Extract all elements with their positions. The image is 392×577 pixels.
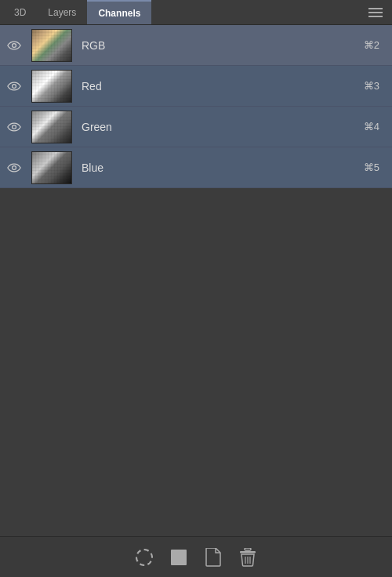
channel-shortcut-green: ⌘4 (364, 121, 389, 132)
channel-row-green[interactable]: Green ⌘4 (0, 107, 392, 147)
channel-shortcut-blue: ⌘5 (364, 161, 389, 173)
visibility-icon-green[interactable] (3, 122, 25, 132)
svg-point-5 (13, 125, 16, 129)
tab-channels[interactable]: Channels (87, 0, 151, 24)
channel-shortcut-red: ⌘3 (364, 80, 389, 92)
tab-layers[interactable]: Layers (37, 0, 87, 24)
svg-point-6 (13, 165, 16, 169)
svg-point-4 (13, 84, 16, 88)
visibility-icon-rgb[interactable] (3, 41, 25, 50)
channel-thumbnail-red (31, 70, 72, 103)
delete-channel-button[interactable] (237, 546, 259, 568)
channel-row-red[interactable]: Red ⌘3 (0, 66, 392, 107)
tab-channels-label: Channels (98, 8, 140, 19)
new-channel-icon (205, 548, 221, 567)
tab-bar: 3D Layers Channels (0, 0, 392, 25)
channel-label-red: Red (78, 80, 364, 93)
channel-label-blue: Blue (78, 161, 364, 174)
channels-panel: 3D Layers Channels (0, 0, 392, 577)
tab-layers-label: Layers (48, 7, 76, 18)
svg-rect-9 (240, 551, 256, 553)
hamburger-icon (368, 7, 383, 18)
save-selection-button[interactable] (168, 546, 190, 568)
channel-label-green: Green (78, 121, 364, 133)
svg-rect-8 (245, 548, 251, 550)
new-channel-button[interactable] (202, 546, 224, 568)
trash-icon (239, 548, 256, 567)
tab-3d[interactable]: 3D (3, 0, 37, 24)
channel-thumbnail-blue (31, 151, 72, 184)
visibility-icon-blue[interactable] (3, 163, 25, 172)
svg-rect-2 (368, 16, 383, 17)
visibility-icon-red[interactable] (3, 82, 25, 91)
channel-shortcut-rgb: ⌘2 (364, 39, 389, 51)
channel-row-blue[interactable]: Blue ⌘5 (0, 147, 392, 188)
dotted-circle-icon (136, 549, 153, 566)
svg-point-3 (13, 43, 16, 47)
channel-row-rgb[interactable]: RGB ⌘2 (0, 25, 392, 66)
tab-3d-label: 3D (14, 7, 26, 18)
empty-area (0, 281, 392, 536)
channel-thumbnail-green (31, 111, 72, 143)
load-selection-button[interactable] (133, 546, 155, 568)
svg-rect-7 (171, 550, 187, 565)
svg-rect-1 (368, 12, 383, 13)
panel-menu-icon[interactable] (362, 7, 389, 18)
channel-thumbnail-rgb (31, 29, 72, 62)
svg-rect-0 (368, 8, 383, 9)
bottom-toolbar (0, 536, 392, 577)
channel-list: RGB ⌘2 Red ⌘3 (0, 25, 392, 281)
solid-square-icon (170, 549, 187, 566)
channel-label-rgb: RGB (78, 39, 364, 52)
